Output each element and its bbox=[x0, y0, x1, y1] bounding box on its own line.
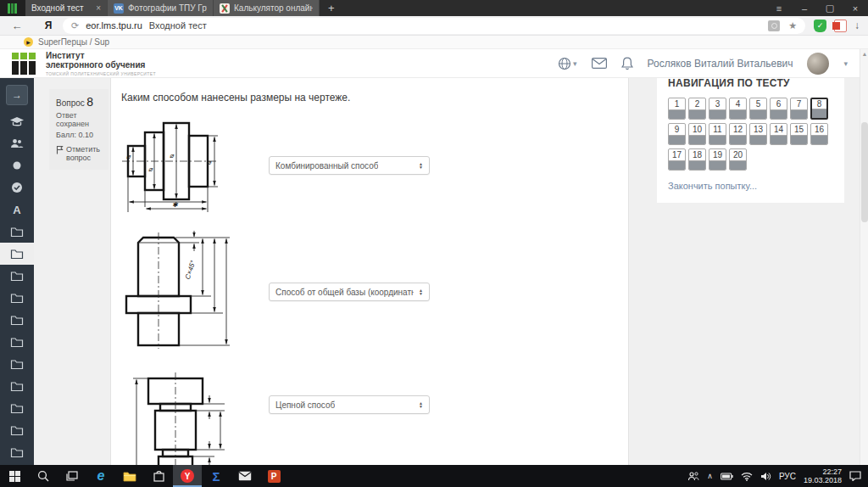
new-tab-button[interactable]: + bbox=[320, 0, 343, 16]
mail-app-button[interactable] bbox=[231, 465, 259, 487]
task-view-icon bbox=[66, 471, 78, 481]
sigma-app-button[interactable]: Σ bbox=[202, 465, 231, 487]
question-nav-button-3[interactable]: 3 bbox=[709, 98, 726, 120]
search-icon bbox=[37, 470, 49, 482]
page-scrollbar[interactable]: ▲ bbox=[860, 49, 868, 465]
sidebar-folder-icon[interactable] bbox=[0, 221, 34, 243]
flag-question-link[interactable]: Отметить вопрос bbox=[56, 145, 102, 162]
sidebar-folder-icon[interactable] bbox=[0, 287, 34, 309]
drawing-combined-method: ⌀ ⌀ ⌀ ⌀ ✱ bbox=[121, 112, 257, 219]
graduation-cap-icon[interactable] bbox=[0, 110, 34, 132]
sidebar-folder-icon[interactable] bbox=[0, 441, 34, 463]
yandex-logo-icon[interactable]: Я bbox=[34, 20, 63, 31]
tab-vk[interactable]: VK Фотографии ТПУ Группа 3- bbox=[108, 0, 214, 16]
tpu-favicon-icon bbox=[8, 3, 18, 14]
back-button[interactable]: ← bbox=[0, 20, 34, 32]
tab-calculator[interactable]: Калькулятор онлайн - Реш bbox=[214, 0, 320, 16]
question-nav-button-12[interactable]: 12 bbox=[729, 123, 747, 145]
window-close-button[interactable]: × bbox=[843, 3, 868, 14]
window-maximize-button[interactable]: ▢ bbox=[817, 3, 843, 14]
window-minimize-button[interactable]: – bbox=[792, 3, 817, 14]
check-circle-icon[interactable] bbox=[0, 176, 34, 199]
pinned-tab[interactable] bbox=[0, 0, 25, 16]
scrollbar-thumb[interactable] bbox=[861, 122, 868, 222]
question-nav-button-15[interactable]: 15 bbox=[790, 123, 808, 145]
answer-select-3[interactable]: Цепной способ ▲▼ bbox=[269, 395, 430, 414]
question-nav-button-16[interactable]: 16 bbox=[810, 123, 828, 145]
question-nav-button-8[interactable]: 8 bbox=[810, 98, 828, 120]
adguard-shield-icon[interactable]: ✓ bbox=[814, 20, 826, 32]
sidebar-folder-icon[interactable] bbox=[0, 375, 34, 397]
sidebar-folder-icon[interactable] bbox=[0, 353, 34, 375]
question-nav-button-11[interactable]: 11 bbox=[709, 123, 726, 145]
user-avatar[interactable] bbox=[807, 53, 829, 75]
question-nav-button-18[interactable]: 18 bbox=[688, 148, 706, 171]
screenshot-extension-icon[interactable] bbox=[768, 20, 780, 31]
browser-menu-button[interactable]: ≡ bbox=[766, 3, 792, 14]
user-name[interactable]: Росляков Виталий Витальевич bbox=[648, 58, 793, 70]
action-center-icon[interactable] bbox=[849, 471, 861, 481]
edge-browser-button[interactable]: e bbox=[86, 465, 115, 487]
question-nav-button-7[interactable]: 7 bbox=[790, 98, 808, 120]
battery-icon[interactable] bbox=[721, 473, 733, 480]
task-view-button[interactable] bbox=[58, 465, 86, 487]
scrollbar-up-icon[interactable]: ▲ bbox=[860, 51, 868, 57]
tab-active[interactable]: Входной тест × bbox=[25, 0, 108, 16]
notifications-bell-icon[interactable] bbox=[621, 57, 633, 70]
tray-expand-chevron-icon[interactable]: ∧ bbox=[707, 472, 713, 480]
taskbar-search-button[interactable] bbox=[29, 465, 58, 487]
store-button[interactable] bbox=[144, 465, 173, 487]
start-button[interactable] bbox=[0, 465, 29, 487]
grades-letter-icon[interactable]: A bbox=[0, 199, 34, 221]
file-explorer-button[interactable] bbox=[115, 465, 144, 487]
url-field[interactable]: ⟳ eor.lms.tpu.ru Входной тест ★ bbox=[63, 18, 805, 34]
sidebar-folder-icon[interactable] bbox=[0, 265, 34, 287]
question-nav-button-5[interactable]: 5 bbox=[749, 98, 767, 120]
address-bar: ← Я ⟳ eor.lms.tpu.ru Входной тест ★ ✓ ↓ bbox=[0, 16, 868, 36]
sidebar-item-dashboard[interactable]: → bbox=[6, 85, 28, 105]
sidebar-folder-icon[interactable] bbox=[0, 397, 34, 419]
language-indicator[interactable]: РУС bbox=[779, 472, 796, 481]
question-nav-button-14[interactable]: 14 bbox=[770, 123, 787, 145]
sidebar-folder-icon[interactable] bbox=[0, 309, 34, 331]
select-arrows-icon: ▲▼ bbox=[414, 401, 423, 408]
question-nav-button-13[interactable]: 13 bbox=[749, 123, 767, 145]
tab-title: Фотографии ТПУ Группа 3- bbox=[128, 3, 207, 13]
yandex-browser-button[interactable]: Y bbox=[173, 465, 202, 487]
user-menu-caret-icon[interactable]: ▾ bbox=[843, 59, 848, 68]
sigma-icon: Σ bbox=[212, 469, 220, 484]
question-nav-button-2[interactable]: 2 bbox=[688, 98, 706, 120]
bookmark-star-icon[interactable]: ★ bbox=[788, 20, 797, 31]
sidebar-folder-icon[interactable] bbox=[0, 331, 34, 353]
office-extension-icon[interactable] bbox=[834, 20, 847, 32]
question-nav-button-4[interactable]: 4 bbox=[729, 98, 747, 120]
question-nav-button-1[interactable]: 1 bbox=[668, 98, 686, 120]
language-globe-icon[interactable]: ▾ bbox=[558, 57, 577, 70]
bookmark-item[interactable]: SuperПерцы / Sup bbox=[38, 37, 109, 47]
question-nav-button-20[interactable]: 20 bbox=[729, 148, 747, 171]
people-icon[interactable] bbox=[687, 472, 699, 481]
tpu-logo[interactable] bbox=[12, 53, 36, 75]
question-nav-button-19[interactable]: 19 bbox=[709, 148, 726, 171]
question-nav-button-17[interactable]: 17 bbox=[668, 148, 686, 171]
wifi-icon[interactable] bbox=[741, 472, 753, 481]
question-nav-button-10[interactable]: 10 bbox=[688, 123, 706, 145]
powerpoint-button[interactable]: P bbox=[259, 465, 288, 487]
answer-select-1[interactable]: Комбинированный способ ▲▼ bbox=[269, 156, 430, 175]
finish-attempt-link[interactable]: Закончить попытку... bbox=[668, 181, 757, 191]
tab-close-icon[interactable]: × bbox=[96, 3, 101, 13]
page-main: → A Вопрос 8 Ответ сохранен Балл: 0.10 bbox=[0, 78, 868, 465]
sidebar-folder-icon[interactable] bbox=[0, 419, 34, 441]
refresh-icon[interactable]: ⟳ bbox=[71, 20, 79, 31]
answer-select-2[interactable]: Способ от общей базы (координатный) ▲▼ bbox=[269, 283, 430, 301]
users-icon[interactable] bbox=[0, 132, 34, 154]
question-nav-button-6[interactable]: 6 bbox=[770, 98, 787, 120]
dot-icon[interactable] bbox=[0, 154, 34, 176]
sidebar-folder-icon[interactable] bbox=[0, 243, 34, 265]
volume-icon[interactable] bbox=[760, 472, 771, 481]
clock-time: 22:27 bbox=[822, 467, 842, 476]
downloads-icon[interactable]: ↓ bbox=[854, 20, 860, 31]
taskbar-clock[interactable]: 22:27 19.03.2018 bbox=[804, 467, 842, 484]
messages-envelope-icon[interactable] bbox=[592, 58, 607, 69]
question-nav-button-9[interactable]: 9 bbox=[668, 123, 686, 145]
